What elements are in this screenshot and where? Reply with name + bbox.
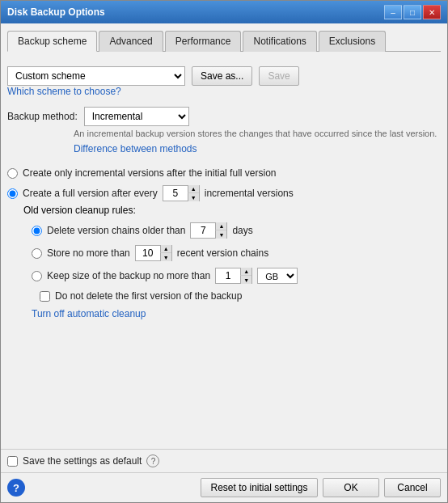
tab-advanced[interactable]: Advanced [99, 31, 163, 52]
store-max-down[interactable]: ▼ [160, 253, 171, 261]
minimize-button[interactable]: – [384, 5, 402, 19]
difference-link[interactable]: Difference between methods [74, 143, 197, 154]
full-after-down[interactable]: ▼ [188, 193, 199, 201]
tab-exclusions[interactable]: Exclusions [319, 31, 386, 52]
cleanup-store-max-label-after: recent version chains [177, 247, 268, 259]
cleanup-section: Old version cleanup rules: Delete versio… [23, 205, 441, 319]
full-after-up[interactable]: ▲ [188, 185, 199, 193]
which-scheme-link[interactable]: Which scheme to choose? [7, 86, 441, 97]
tab-notifications[interactable]: Notifications [243, 31, 316, 52]
close-button[interactable]: ✕ [423, 5, 441, 19]
keep-size-unit-select[interactable]: GB MB TB [257, 268, 298, 284]
cleanup-keep-size-label-before: Keep size of the backup no more than [47, 270, 210, 281]
radio-full-after: Create a full version after every ▲ ▼ in… [7, 185, 441, 201]
keep-size-input[interactable] [216, 268, 240, 283]
radio-incremental-only-label: Create only incremental versions after t… [23, 167, 276, 179]
delete-older-spinbox-buttons: ▲ ▼ [215, 222, 226, 239]
cleanup-store-max-label-before: Store no more than [47, 247, 130, 259]
save-default-checkbox[interactable] [7, 456, 18, 467]
maximize-button[interactable]: □ [404, 5, 421, 19]
save-default-help-icon[interactable]: ? [146, 454, 159, 467]
full-after-spinbox: ▲ ▼ [163, 185, 200, 201]
store-max-input[interactable] [136, 246, 160, 260]
radio-full-after-input[interactable] [7, 188, 18, 199]
tab-performance[interactable]: Performance [165, 31, 242, 52]
radio-incremental-only-input[interactable] [7, 168, 18, 179]
footer-bar: ? Reset to initial settings OK Cancel [1, 472, 447, 502]
store-max-up[interactable]: ▲ [160, 245, 171, 253]
cleanup-title: Old version cleanup rules: [23, 205, 441, 216]
save-button[interactable]: Save [259, 66, 298, 86]
full-after-input[interactable] [163, 186, 188, 201]
store-max-spinbox-buttons: ▲ ▼ [160, 245, 171, 261]
cleanup-option-store-max: Store no more than ▲ ▼ recent version ch… [32, 245, 441, 261]
delete-older-up[interactable]: ▲ [215, 222, 226, 230]
keep-size-spinbox: ▲ ▼ [215, 268, 252, 284]
radio-incremental-only: Create only incremental versions after t… [7, 167, 441, 179]
save-default-row: Save the settings as default ? [1, 449, 447, 472]
window-title: Disk Backup Options [7, 6, 105, 18]
ok-button[interactable]: OK [323, 478, 379, 497]
scheme-select[interactable]: Custom scheme [7, 66, 185, 86]
keep-size-spinbox-buttons: ▲ ▼ [240, 268, 251, 284]
cleanup-keep-size-input[interactable] [32, 271, 42, 281]
cleanup-delete-older-input[interactable] [32, 226, 42, 236]
tab-content: Custom scheme Save as... Save Which sche… [1, 60, 447, 449]
tab-bar: Backup scheme Advanced Performance Notif… [7, 30, 441, 52]
reset-button[interactable]: Reset to initial settings [201, 478, 318, 497]
backup-method-row: Backup method: Incremental [7, 107, 441, 126]
backup-method-label: Backup method: [7, 111, 78, 122]
cancel-button[interactable]: Cancel [384, 478, 441, 497]
cleanup-radio-group: Delete version chains older than ▲ ▼ day… [32, 222, 441, 284]
radio-full-after-label-after: incremental versions [205, 188, 294, 199]
cleanup-store-max-input[interactable] [32, 248, 42, 259]
delete-older-down[interactable]: ▼ [215, 230, 226, 239]
title-bar: Disk Backup Options – □ ✕ [1, 1, 447, 23]
save-default-label: Save the settings as default [23, 455, 142, 467]
footer-buttons: Reset to initial settings OK Cancel [201, 478, 441, 497]
scheme-row: Custom scheme Save as... Save [7, 66, 441, 86]
radio-group: Create only incremental versions after t… [7, 167, 441, 201]
no-delete-first-row: Do not delete the first version of the b… [40, 290, 441, 302]
backup-method-select[interactable]: Incremental [84, 107, 189, 126]
no-delete-first-label: Do not delete the first version of the b… [55, 290, 242, 302]
tab-container: Backup scheme Advanced Performance Notif… [1, 23, 447, 60]
cleanup-option-keep-size: Keep size of the backup no more than ▲ ▼… [32, 268, 441, 284]
main-window: Disk Backup Options – □ ✕ Backup scheme … [0, 0, 448, 503]
keep-size-down[interactable]: ▼ [240, 276, 251, 284]
help-button[interactable]: ? [7, 479, 25, 497]
no-delete-first-checkbox[interactable] [40, 291, 50, 302]
cleanup-delete-older-label-after: days [232, 225, 252, 236]
tab-backup-scheme[interactable]: Backup scheme [7, 31, 97, 52]
full-after-spinbox-buttons: ▲ ▼ [188, 185, 199, 201]
delete-older-input[interactable] [191, 223, 215, 238]
cleanup-delete-older-label-before: Delete version chains older than [47, 225, 185, 236]
title-bar-controls: – □ ✕ [384, 5, 441, 19]
cleanup-option-delete-older: Delete version chains older than ▲ ▼ day… [32, 222, 441, 239]
store-max-spinbox: ▲ ▼ [135, 245, 172, 261]
backup-method-description: An incremental backup version stores the… [74, 128, 441, 140]
delete-older-spinbox: ▲ ▼ [190, 222, 227, 239]
keep-size-up[interactable]: ▲ [240, 268, 251, 276]
radio-full-after-label-before: Create a full version after every [23, 188, 158, 199]
save-as-button[interactable]: Save as... [192, 66, 252, 86]
turn-off-cleanup-link[interactable]: Turn off automatic cleanup [32, 308, 146, 319]
